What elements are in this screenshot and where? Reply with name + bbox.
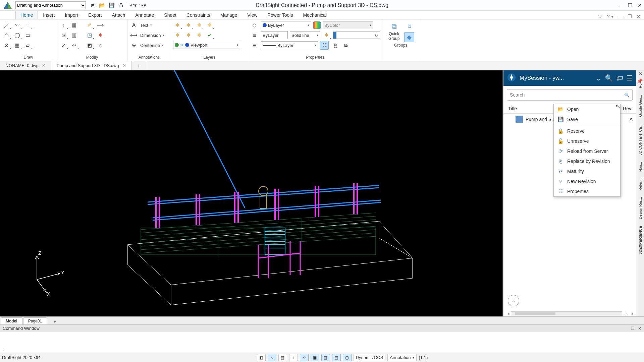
properties-match-icon[interactable]: ⎘ (331, 41, 339, 50)
transparency-slider[interactable]: 0 (333, 32, 380, 39)
transparency-icon[interactable]: ❖▾ (322, 31, 331, 40)
layout-tab-model[interactable]: Model (1, 317, 22, 324)
status-snap[interactable]: ◧ (257, 354, 266, 361)
compass-icon[interactable] (507, 73, 516, 84)
color-books-icon[interactable] (313, 21, 321, 29)
restore-button[interactable]: ❐ (628, 2, 632, 8)
group-edit-button[interactable]: ⧈ (404, 21, 414, 31)
drawing-viewport[interactable]: Z Y X (0, 70, 503, 316)
help-icon[interactable]: ? ▾ (607, 14, 613, 19)
status-annotation-scale[interactable]: Annotation▾ (387, 354, 417, 361)
lineweight-dropdown[interactable]: ByLayer ▾ (261, 41, 318, 49)
palette-search-box[interactable]: 🔍 (507, 89, 633, 101)
scroll-right-icon[interactable]: ▸ (630, 311, 635, 316)
new-file-icon[interactable]: 🗎 (89, 2, 96, 9)
search-input[interactable] (510, 92, 624, 98)
ctx-unreserve[interactable]: 🔓Unreserve (554, 136, 620, 146)
ctx-reserve[interactable]: 🔒Reserve (554, 126, 620, 136)
centerline-icon[interactable]: ⊕ (129, 41, 138, 50)
text-dropdown-icon[interactable]: ▾ (150, 23, 152, 27)
centerline-dropdown-icon[interactable]: ▾ (162, 44, 164, 47)
ctx-properties[interactable]: ☷Properties (554, 186, 620, 196)
ctx-open[interactable]: 📂Open (554, 104, 620, 114)
line-tool[interactable]: ／▾ (2, 21, 11, 29)
status-grid[interactable]: ▦ (278, 354, 287, 361)
command-prompt[interactable]: : (0, 346, 644, 353)
linetype-style-dropdown[interactable]: Solid line ▾ (290, 31, 320, 39)
mdi-minimize-icon[interactable]: — (618, 14, 623, 19)
bycolor-dropdown[interactable]: ByColor ▾ (323, 21, 373, 29)
tab-import[interactable]: Import (60, 11, 83, 19)
status-lwt[interactable]: ▤ (332, 354, 341, 361)
layer-freeze[interactable]: ❖ (173, 31, 182, 40)
properties-list-icon[interactable]: ☷ (320, 41, 329, 50)
status-cursor[interactable]: ↖ (268, 354, 276, 361)
close-tab-icon[interactable]: ✕ (122, 63, 126, 68)
dimension-dropdown-icon[interactable]: ▾ (163, 34, 164, 37)
layout-tab-page[interactable]: Page01 (23, 317, 47, 324)
status-dynamic-ccs[interactable]: Dynamic CCS (354, 354, 386, 361)
tab-sheet[interactable]: Sheet (159, 11, 181, 19)
chamfer-tool[interactable]: ◩▾ (85, 41, 94, 50)
text-icon[interactable]: A̲ (129, 21, 138, 29)
rectangle-tool[interactable]: ▭ (23, 31, 32, 40)
close-tab-icon[interactable]: ✕ (42, 63, 46, 68)
palette-close-icon[interactable]: ✕ (639, 71, 643, 76)
lineweight-icon[interactable]: ≣ (250, 41, 259, 50)
sidetab-home[interactable]: Ho... (638, 80, 642, 88)
tab-export[interactable]: Export (83, 11, 107, 19)
layer-viewport-dropdown[interactable]: ❄ Viewport ▾ (173, 41, 240, 49)
offset-tool[interactable]: ⇲▾ (59, 31, 68, 40)
explode-tool[interactable]: ✸ (96, 31, 105, 40)
open-file-icon[interactable]: 📂 (99, 2, 105, 9)
circle-tool[interactable]: ⊙▾ (2, 41, 11, 50)
split-tool[interactable]: ⎋ (96, 41, 105, 50)
tab-home[interactable]: Home (15, 11, 38, 19)
layer-state-4[interactable]: ❖▾ (205, 21, 214, 29)
tab-view[interactable]: View (242, 11, 262, 19)
ctx-replace[interactable]: ⎘Replace by Revision (554, 156, 620, 166)
tab-annotate[interactable]: Annotate (130, 11, 159, 19)
properties-sheet-icon[interactable]: 🗎 (341, 41, 350, 50)
palette-scrollbar[interactable]: ◂ ︿ ▸ (506, 311, 635, 316)
palette-dropdown-icon[interactable]: ⌄ (596, 74, 601, 82)
heart-icon[interactable]: ♡ (598, 14, 602, 19)
tab-insert[interactable]: Insert (38, 11, 60, 19)
ctx-save[interactable]: 💾Save (554, 114, 620, 124)
sidetab-3dcontent[interactable]: 3D CONTENTCE... (638, 124, 642, 156)
search-icon[interactable]: 🔍 (605, 74, 613, 82)
tab-manage[interactable]: Manage (215, 11, 243, 19)
region-tool[interactable]: ▱▾ (23, 41, 32, 50)
fillet-tool[interactable]: ◳▾ (85, 31, 94, 40)
mdi-restore-icon[interactable]: ❐ (628, 14, 632, 19)
layer-state-3[interactable]: ❖▾ (195, 21, 203, 29)
close-button[interactable]: ✕ (638, 2, 642, 8)
redo-icon[interactable]: ↷▾ (139, 2, 146, 9)
group-select-button[interactable]: ◆ (404, 32, 414, 42)
linetype-dropdown[interactable]: ByLayer (261, 31, 288, 39)
doc-tab[interactable]: Pump and Support 3D - DS.dwg ✕ (51, 61, 132, 70)
scroll-left-icon[interactable]: ◂ (506, 311, 511, 316)
layer-match[interactable]: ✔▾ (205, 31, 214, 40)
print-icon[interactable]: 🖶 (117, 2, 124, 9)
ctx-newrev[interactable]: ⑂New Revision (554, 176, 620, 186)
add-doc-tab[interactable]: ＋ (132, 61, 146, 70)
search-icon[interactable]: 🔍 (624, 93, 630, 98)
menu-icon[interactable]: ☰ (627, 74, 633, 82)
move-tool[interactable]: ↕▾ (59, 21, 68, 29)
cmdwin-close-icon[interactable]: ✕ (638, 326, 641, 331)
quick-group-button[interactable]: ⧉ Quick Group (387, 21, 401, 42)
undo-icon[interactable]: ↶▾ (130, 2, 137, 9)
tab-constraints[interactable]: Constraints (181, 11, 215, 19)
status-esnap[interactable]: ▣ (311, 354, 319, 361)
mdi-close-icon[interactable]: ✕ (637, 14, 641, 19)
scroll-track[interactable] (511, 311, 622, 315)
arc-tool[interactable]: ◠▾ (2, 31, 11, 40)
ctx-maturity[interactable]: ⇄Maturity (554, 166, 620, 176)
ctx-reload[interactable]: ⟳Reload from Server (554, 146, 620, 156)
layout-tab-add[interactable]: ＋ (48, 317, 62, 324)
layer-lock[interactable]: ❖ (195, 31, 203, 40)
point-array-tool[interactable]: ⁘▾ (23, 21, 32, 29)
dimension-label[interactable]: Dimension (140, 33, 161, 38)
sidetab-refer[interactable]: Refer... (638, 179, 642, 190)
